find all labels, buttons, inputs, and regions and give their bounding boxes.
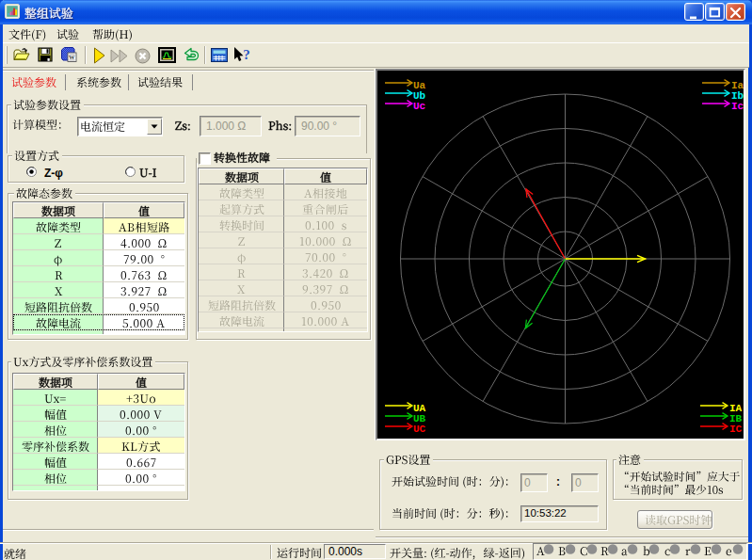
svg-text:Uc: Uc: [413, 101, 425, 112]
svg-text:?: ?: [243, 47, 250, 62]
svg-text:W: W: [69, 54, 75, 60]
svg-text:UC: UC: [413, 424, 426, 435]
svg-text:Ic: Ic: [731, 101, 744, 112]
svg-text:IC: IC: [729, 424, 743, 435]
